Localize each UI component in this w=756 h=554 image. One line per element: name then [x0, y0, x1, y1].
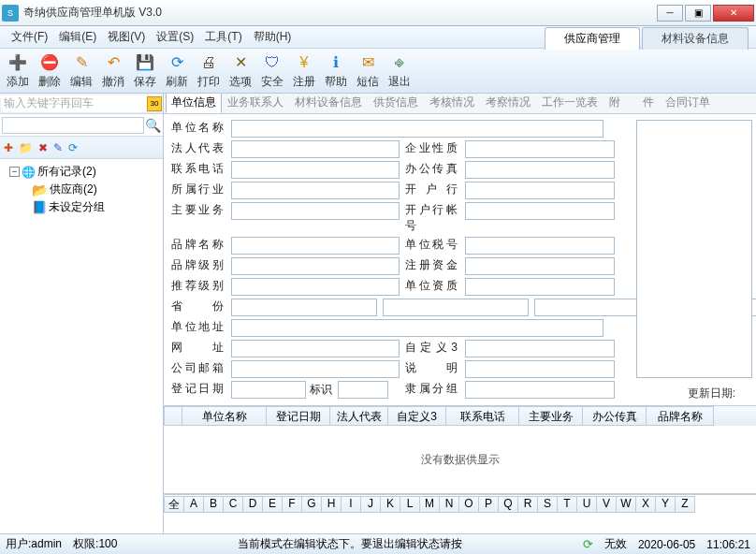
province-input[interactable]	[231, 299, 377, 316]
field-input[interactable]	[465, 140, 615, 158]
sub-tab-3[interactable]: 供货信息	[368, 94, 424, 113]
reg-date-input[interactable]	[231, 381, 306, 399]
menu-file[interactable]: 文件(F)	[6, 27, 53, 47]
refresh-icon[interactable]: ⟳	[583, 537, 593, 551]
alpha-B[interactable]: B	[203, 496, 224, 513]
alpha-O[interactable]: O	[458, 496, 479, 513]
alpha-P[interactable]: P	[478, 496, 499, 513]
alpha-U[interactable]: U	[576, 496, 597, 513]
alpha-H[interactable]: H	[321, 496, 342, 513]
field-input[interactable]	[231, 278, 400, 296]
alpha-V[interactable]: V	[596, 496, 617, 513]
field-input[interactable]	[231, 161, 400, 179]
minimize-button[interactable]: ─	[657, 5, 683, 22]
maximize-button[interactable]: ▣	[685, 5, 711, 22]
field-input[interactable]	[231, 360, 400, 378]
keyword-input[interactable]	[1, 95, 147, 112]
close-button[interactable]: ✕	[713, 5, 754, 22]
menu-edit[interactable]: 编辑(E)	[53, 27, 102, 47]
field-input[interactable]	[465, 202, 615, 220]
sub-tab-5[interactable]: 考察情况	[480, 94, 536, 113]
alpha-K[interactable]: K	[380, 496, 400, 513]
grid-header[interactable]: 登记日期	[267, 406, 330, 426]
alpha-X[interactable]: X	[635, 496, 656, 513]
menu-view[interactable]: 视图(V)	[102, 27, 151, 47]
main-tab-materials[interactable]: 材料设备信息	[642, 27, 749, 50]
field-input[interactable]	[465, 237, 615, 255]
sub-tab-2[interactable]: 材料设备信息	[289, 94, 368, 113]
menu-tools[interactable]: 工具(T)	[199, 27, 247, 47]
tree-refresh-icon[interactable]: ⟳	[68, 141, 78, 154]
grid-header[interactable]: 办公传真	[583, 406, 647, 426]
alpha-L[interactable]: L	[400, 496, 420, 513]
toolbar-注册[interactable]: ¥注册	[288, 51, 320, 92]
search-input-2[interactable]	[2, 117, 144, 134]
field-input[interactable]	[231, 257, 400, 275]
toolbar-打印[interactable]: 🖨打印	[193, 51, 225, 92]
alpha-I[interactable]: I	[341, 496, 361, 513]
field-input[interactable]	[465, 360, 615, 378]
field-input[interactable]	[465, 182, 615, 199]
toolbar-短信[interactable]: ✉短信	[352, 51, 384, 92]
toolbar-退出[interactable]: ⎆退出	[384, 51, 415, 92]
tree-delete-icon[interactable]: ✖	[38, 141, 48, 154]
field-input[interactable]	[465, 257, 615, 275]
grid-header[interactable]: 自定义3	[388, 406, 446, 426]
alpha-C[interactable]: C	[223, 496, 243, 513]
alpha-J[interactable]: J	[360, 496, 381, 513]
toolbar-选项[interactable]: ✕选项	[225, 51, 256, 92]
alpha-W[interactable]: W	[616, 496, 636, 513]
toolbar-删除[interactable]: ⛔删除	[34, 51, 65, 92]
alpha-F[interactable]: F	[282, 496, 302, 513]
menu-settings[interactable]: 设置(S)	[151, 27, 199, 47]
toolbar-安全[interactable]: 🛡安全	[256, 51, 288, 92]
field-input[interactable]	[231, 120, 603, 138]
biaoshi-input[interactable]	[338, 381, 388, 399]
field-input[interactable]	[231, 237, 400, 255]
toolbar-保存[interactable]: 💾保存	[129, 51, 161, 92]
toolbar-刷新[interactable]: ⟳刷新	[161, 51, 193, 92]
field-input[interactable]	[231, 319, 603, 337]
sub-tab-4[interactable]: 考核情况	[424, 94, 480, 113]
sub-tab-7[interactable]: 附 件	[603, 94, 660, 113]
menu-help[interactable]: 帮助(H)	[248, 27, 298, 47]
sub-tab-6[interactable]: 工作一览表	[536, 94, 603, 113]
alpha-R[interactable]: R	[517, 496, 538, 513]
alpha-Z[interactable]: Z	[675, 496, 695, 513]
expand-icon[interactable]: −	[9, 167, 20, 177]
grid-header[interactable]: 品牌名称	[647, 406, 714, 426]
group-input[interactable]	[465, 381, 615, 399]
grid-header[interactable]: 联系电话	[446, 406, 519, 426]
sub-tab-1[interactable]: 业务联系人	[222, 94, 289, 113]
alpha-Q[interactable]: Q	[498, 496, 518, 513]
alpha-A[interactable]: A	[183, 496, 204, 513]
toolbar-编辑[interactable]: ✎编辑	[65, 51, 97, 92]
main-tab-suppliers[interactable]: 供应商管理	[545, 27, 640, 50]
tree-root[interactable]: − 🌐 所有记录(2)	[2, 163, 161, 181]
grid-header[interactable]: 法人代表	[330, 406, 388, 426]
tree-add-icon[interactable]: ✚	[4, 141, 13, 154]
tree-item-suppliers[interactable]: 📂 供应商(2)	[2, 181, 161, 198]
toolbar-帮助[interactable]: ℹ帮助	[320, 51, 352, 92]
alpha-G[interactable]: G	[301, 496, 322, 513]
alpha-E[interactable]: E	[262, 496, 283, 513]
grid-header[interactable]: 单位名称	[182, 406, 267, 426]
sub-tab-0[interactable]: 单位信息	[166, 94, 222, 113]
tree-item-ungrouped[interactable]: 📘 未设定分组	[2, 198, 161, 216]
tree-edit-icon[interactable]: ✎	[53, 141, 63, 154]
province-input[interactable]	[383, 299, 529, 316]
alpha-Y[interactable]: Y	[655, 496, 676, 513]
alpha-all[interactable]: 全	[164, 496, 184, 513]
field-input[interactable]	[231, 202, 400, 220]
calendar-icon[interactable]: 30	[147, 96, 162, 111]
tree-new-folder-icon[interactable]: 📁	[19, 141, 33, 154]
field-input[interactable]	[465, 340, 615, 357]
alpha-D[interactable]: D	[242, 496, 263, 513]
field-input[interactable]	[231, 140, 400, 158]
field-input[interactable]	[465, 278, 615, 296]
grid-header[interactable]	[164, 406, 182, 426]
alpha-T[interactable]: T	[557, 496, 577, 513]
field-input[interactable]	[465, 161, 615, 179]
sub-tab-8[interactable]: 合同订单	[660, 94, 716, 113]
field-input[interactable]	[231, 182, 400, 199]
